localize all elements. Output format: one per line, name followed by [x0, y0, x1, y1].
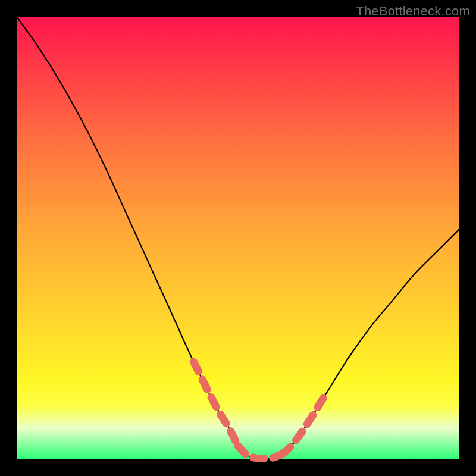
- overlay-right-dash: [282, 393, 326, 454]
- overlay-left-dash: [194, 362, 238, 446]
- bottleneck-curve: [17, 17, 459, 459]
- overlay-floor-dash: [238, 446, 282, 459]
- curve-chart: [17, 17, 459, 459]
